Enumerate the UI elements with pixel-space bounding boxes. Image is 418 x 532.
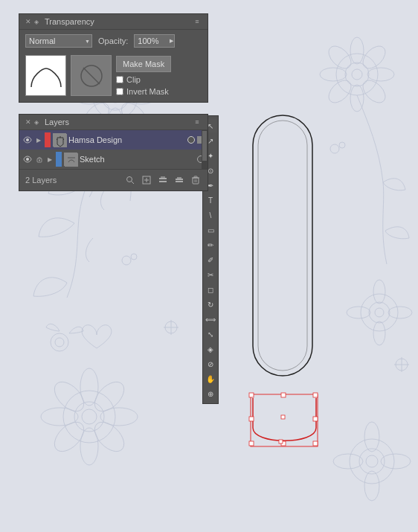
blend-mode-wrapper: Normal xyxy=(25,34,92,48)
expand-icon-hamsa[interactable]: ▶ xyxy=(35,136,42,144)
scissors-btn[interactable]: ✂ xyxy=(204,268,217,281)
reflect-btn[interactable]: ⟺ xyxy=(204,313,217,326)
transparency-controls: Normal Opacity: xyxy=(19,30,208,52)
move-selection-up-btn[interactable] xyxy=(157,174,169,186)
lock-icon-sketch[interactable] xyxy=(35,155,44,164)
pencil-btn[interactable]: ✐ xyxy=(204,253,217,266)
paintbrush-btn[interactable]: ✏ xyxy=(204,238,217,251)
svg-rect-63 xyxy=(281,393,286,397)
rectangle-tool-btn[interactable]: ▭ xyxy=(204,223,217,237)
layer-row-hamsa[interactable]: ▶ Hamsa Design xyxy=(19,130,208,150)
svg-rect-77 xyxy=(54,134,67,147)
svg-rect-96 xyxy=(193,178,199,184)
expand-icon-sketch[interactable]: ▶ xyxy=(46,156,54,163)
layer-thumb-hamsa xyxy=(53,133,66,147)
eraser-btn[interactable]: ◻ xyxy=(204,283,217,296)
object-thumbnail[interactable] xyxy=(25,55,66,96)
transparency-panel-header: ✕ ◈ Transparency ≡ xyxy=(19,14,208,30)
collect-in-new-layer-btn[interactable] xyxy=(173,174,185,186)
zoom-btn[interactable]: ⊕ xyxy=(204,387,217,400)
clip-option: Clip xyxy=(116,75,171,84)
svg-point-85 xyxy=(127,177,132,182)
transparency-thumbnails: Make Mask Clip Invert Mask xyxy=(19,52,208,102)
svg-rect-70 xyxy=(281,415,285,419)
layers-panel-title: Layers xyxy=(45,118,69,126)
layer-thumb-sketch xyxy=(64,153,77,166)
svg-rect-65 xyxy=(249,417,254,421)
layer-name-sketch: Sketch xyxy=(80,155,195,164)
clip-label: Clip xyxy=(126,75,141,84)
eyedropper-btn[interactable]: ⊘ xyxy=(204,357,217,371)
layer-row-sketch[interactable]: ▶ Sketch xyxy=(19,150,208,169)
svg-rect-71 xyxy=(279,440,283,443)
layers-footer: 2 Layers xyxy=(19,169,208,190)
svg-rect-95 xyxy=(176,181,183,182)
search-layers-btn[interactable] xyxy=(124,174,136,186)
rotate-btn[interactable]: ↻ xyxy=(204,298,217,311)
layer-target-hamsa[interactable] xyxy=(187,136,195,144)
visibility-icon-hamsa[interactable] xyxy=(22,135,33,145)
layers-close-btn[interactable]: ✕ xyxy=(25,118,31,126)
invert-mask-option: Invert Mask xyxy=(116,87,171,96)
layers-list: ▶ Hamsa Design xyxy=(19,130,208,169)
make-mask-button[interactable]: Make Mask xyxy=(116,56,171,72)
svg-point-81 xyxy=(26,158,29,161)
new-layer-from-selection-btn[interactable] xyxy=(141,174,152,186)
transparency-panel-title: Transparency xyxy=(45,17,94,26)
type-tool-btn[interactable]: T xyxy=(204,193,217,207)
opacity-input-wrapper xyxy=(134,34,175,48)
layer-name-hamsa: Hamsa Design xyxy=(68,135,185,144)
svg-point-83 xyxy=(39,160,40,161)
svg-rect-67 xyxy=(249,441,254,446)
svg-rect-98 xyxy=(194,176,197,178)
visibility-icon-sketch[interactable] xyxy=(22,154,33,164)
svg-point-76 xyxy=(26,138,29,141)
scale-btn[interactable]: ⤡ xyxy=(204,327,217,341)
layer-color-sketch xyxy=(56,152,62,167)
svg-rect-66 xyxy=(313,417,318,421)
layers-panel: ✕ ◈ Layers ≡ ▶ xyxy=(19,114,208,191)
opacity-label: Opacity: xyxy=(98,36,128,45)
layers-count-label: 2 Layers xyxy=(25,176,120,185)
delete-layer-btn[interactable] xyxy=(190,174,202,186)
clip-checkbox[interactable] xyxy=(116,76,123,83)
transparency-panel: ✕ ◈ Transparency ≡ Normal Opacity: xyxy=(19,13,208,103)
layers-scrollbar[interactable] xyxy=(202,130,208,169)
transparency-panel-menu-btn[interactable]: ≡ xyxy=(193,17,202,26)
invert-mask-checkbox[interactable] xyxy=(116,88,123,95)
svg-rect-91 xyxy=(159,181,167,182)
layers-panel-menu-btn[interactable]: ≡ xyxy=(193,118,202,126)
svg-rect-93 xyxy=(176,179,183,180)
transparency-close-btn[interactable]: ✕ xyxy=(25,18,31,25)
svg-rect-69 xyxy=(313,441,318,446)
svg-line-86 xyxy=(132,182,135,185)
gradient-btn[interactable]: ◈ xyxy=(204,342,217,356)
svg-rect-90 xyxy=(159,178,167,179)
opacity-input[interactable] xyxy=(134,34,175,48)
mask-thumbnail[interactable] xyxy=(71,55,112,96)
hand-btn[interactable]: ✋ xyxy=(204,372,217,385)
layers-panel-header: ✕ ◈ Layers ≡ xyxy=(19,115,208,130)
mask-options: Make Mask Clip Invert Mask xyxy=(116,56,171,96)
layers-scrollbar-thumb[interactable] xyxy=(202,131,207,161)
invert-mask-label: Invert Mask xyxy=(126,87,169,96)
svg-rect-92 xyxy=(161,176,165,178)
svg-rect-64 xyxy=(313,393,318,397)
svg-rect-62 xyxy=(249,393,254,397)
line-tool-btn[interactable]: \ xyxy=(204,208,217,222)
blend-mode-select[interactable]: Normal xyxy=(25,34,92,48)
svg-rect-94 xyxy=(177,177,181,179)
layer-color-hamsa xyxy=(45,132,51,147)
svg-rect-72 xyxy=(28,57,65,94)
